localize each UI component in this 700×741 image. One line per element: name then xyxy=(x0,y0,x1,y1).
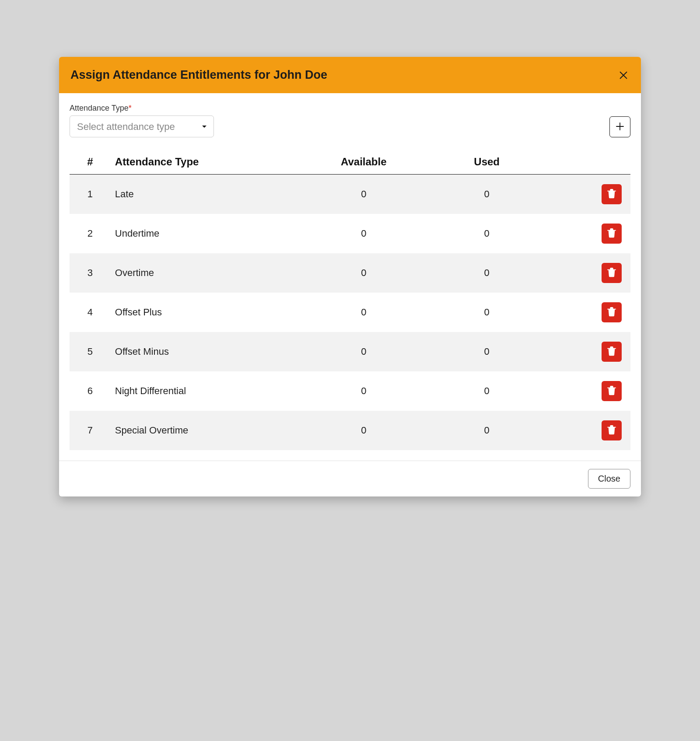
row-used: 0 xyxy=(425,411,548,450)
header-used: Used xyxy=(425,150,548,175)
table-row: 1Late00 xyxy=(70,175,630,214)
trash-icon xyxy=(607,268,616,279)
row-type: Offset Minus xyxy=(111,332,302,371)
delete-button[interactable] xyxy=(602,302,622,322)
row-used: 0 xyxy=(425,253,548,293)
assign-entitlements-modal: Assign Attendance Entitlements for John … xyxy=(59,57,641,496)
row-used: 0 xyxy=(425,175,548,214)
row-num: 6 xyxy=(70,371,111,411)
row-actions xyxy=(548,411,630,450)
modal-title: Assign Attendance Entitlements for John … xyxy=(70,68,327,82)
entitlements-table: # Attendance Type Available Used 1Late00… xyxy=(70,150,630,450)
row-available: 0 xyxy=(302,253,425,293)
close-icon[interactable] xyxy=(617,69,630,81)
row-available: 0 xyxy=(302,332,425,371)
form-row: Attendance Type* Select attendance type xyxy=(70,104,630,137)
table-row: 7Special Overtime00 xyxy=(70,411,630,450)
delete-button[interactable] xyxy=(602,184,622,204)
row-available: 0 xyxy=(302,371,425,411)
header-num: # xyxy=(70,150,111,175)
trash-icon xyxy=(607,189,616,200)
trash-icon xyxy=(607,346,616,357)
row-actions xyxy=(548,293,630,332)
table-header-row: # Attendance Type Available Used xyxy=(70,150,630,175)
modal-header: Assign Attendance Entitlements for John … xyxy=(59,57,641,93)
row-available: 0 xyxy=(302,175,425,214)
row-num: 2 xyxy=(70,214,111,253)
delete-button[interactable] xyxy=(602,420,622,440)
table-row: 2Undertime00 xyxy=(70,214,630,253)
row-actions xyxy=(548,175,630,214)
trash-icon xyxy=(607,228,616,239)
row-used: 0 xyxy=(425,332,548,371)
attendance-type-group: Attendance Type* Select attendance type xyxy=(70,104,214,137)
row-type: Late xyxy=(111,175,302,214)
trash-icon xyxy=(607,425,616,436)
trash-icon xyxy=(607,307,616,318)
row-actions xyxy=(548,332,630,371)
row-num: 7 xyxy=(70,411,111,450)
modal-body: Attendance Type* Select attendance type xyxy=(59,93,641,450)
attendance-type-label-text: Attendance Type xyxy=(70,104,129,112)
row-type: Night Differential xyxy=(111,371,302,411)
table-row: 5Offset Minus00 xyxy=(70,332,630,371)
required-mark: * xyxy=(129,104,132,112)
row-available: 0 xyxy=(302,214,425,253)
row-used: 0 xyxy=(425,371,548,411)
row-type: Undertime xyxy=(111,214,302,253)
row-actions xyxy=(548,214,630,253)
delete-button[interactable] xyxy=(602,342,622,362)
row-num: 4 xyxy=(70,293,111,332)
row-num: 3 xyxy=(70,253,111,293)
delete-button[interactable] xyxy=(602,224,622,244)
trash-icon xyxy=(607,386,616,397)
attendance-type-select[interactable]: Select attendance type xyxy=(70,115,214,137)
attendance-type-select-wrap: Select attendance type xyxy=(70,115,214,137)
table-row: 4Offset Plus00 xyxy=(70,293,630,332)
header-actions xyxy=(548,150,630,175)
row-used: 0 xyxy=(425,293,548,332)
row-actions xyxy=(548,253,630,293)
header-type: Attendance Type xyxy=(111,150,302,175)
row-num: 1 xyxy=(70,175,111,214)
delete-button[interactable] xyxy=(602,381,622,401)
row-num: 5 xyxy=(70,332,111,371)
header-available: Available xyxy=(302,150,425,175)
row-actions xyxy=(548,371,630,411)
row-available: 0 xyxy=(302,411,425,450)
row-type: Offset Plus xyxy=(111,293,302,332)
plus-icon xyxy=(616,120,624,134)
row-type: Special Overtime xyxy=(111,411,302,450)
table-row: 6Night Differential00 xyxy=(70,371,630,411)
modal-footer: Close xyxy=(59,461,641,496)
add-button[interactable] xyxy=(609,116,630,137)
close-button[interactable]: Close xyxy=(588,469,630,489)
attendance-type-label: Attendance Type* xyxy=(70,104,214,113)
row-available: 0 xyxy=(302,293,425,332)
row-type: Overtime xyxy=(111,253,302,293)
table-row: 3Overtime00 xyxy=(70,253,630,293)
row-used: 0 xyxy=(425,214,548,253)
delete-button[interactable] xyxy=(602,263,622,283)
